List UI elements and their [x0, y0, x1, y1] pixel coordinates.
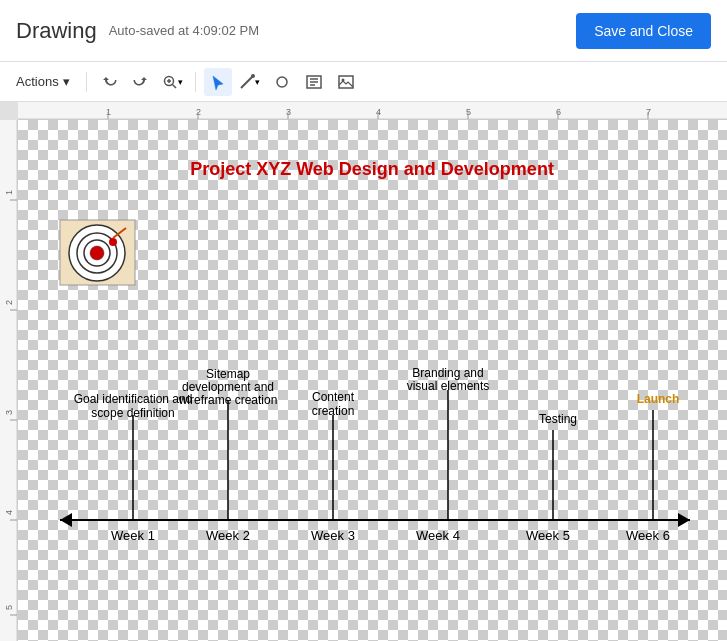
week2-label: Week 2 [206, 528, 250, 543]
actions-menu-button[interactable]: Actions ▾ [8, 70, 78, 93]
text-icon [306, 74, 322, 90]
svg-text:1: 1 [4, 190, 14, 195]
toolbar: Actions ▾ ▾ ▾ [0, 62, 727, 102]
shapes-icon [274, 74, 290, 90]
bullseye-center [90, 246, 104, 260]
svg-text:5: 5 [466, 107, 471, 117]
task6-label: Launch [637, 392, 680, 406]
week6-label: Week 6 [626, 528, 670, 543]
redo-icon [133, 74, 149, 90]
canvas-wrapper: 1 2 3 4 5 6 7 1 2 3 [0, 102, 727, 641]
ruler-top-svg: 1 2 3 4 5 6 7 [18, 102, 727, 120]
svg-line-1 [173, 84, 177, 88]
svg-text:7: 7 [646, 107, 651, 117]
actions-label: Actions [16, 74, 59, 89]
ruler-left: 1 2 3 4 5 [0, 120, 18, 641]
actions-chevron-icon: ▾ [63, 74, 70, 89]
svg-rect-11 [339, 76, 353, 88]
image-tool-button[interactable] [332, 68, 360, 96]
title-bar: Drawing Auto-saved at 4:09:02 PM Save an… [0, 0, 727, 62]
svg-text:6: 6 [556, 107, 561, 117]
svg-text:1: 1 [106, 107, 111, 117]
toolbar-separator-2 [195, 72, 196, 92]
svg-text:2: 2 [4, 300, 14, 305]
week4-label: Week 4 [416, 528, 460, 543]
ruler-top: 1 2 3 4 5 6 7 [18, 102, 727, 120]
task4-label-2: visual elements [407, 379, 490, 393]
autosave-text: Auto-saved at 4:09:02 PM [109, 23, 259, 38]
task2-label-1: Sitemap [206, 367, 250, 381]
save-close-button[interactable]: Save and Close [576, 13, 711, 49]
task1-label-2: scope definition [91, 406, 174, 420]
timeline-left-arrow [60, 513, 72, 527]
ruler-top-inner: 1 2 3 4 5 6 7 [18, 102, 727, 119]
zoom-chevron: ▾ [178, 77, 183, 87]
timeline-right-arrow [678, 513, 690, 527]
title-bar-left: Drawing Auto-saved at 4:09:02 PM [16, 18, 259, 44]
toolbar-separator-1 [86, 72, 87, 92]
undo-icon [101, 74, 117, 90]
shapes-tool-button[interactable] [268, 68, 296, 96]
svg-point-6 [277, 77, 287, 87]
canvas-area[interactable]: Project XYZ Web Design and Development W… [18, 120, 727, 641]
svg-text:2: 2 [196, 107, 201, 117]
line-chevron: ▾ [255, 77, 260, 87]
svg-line-4 [241, 76, 253, 88]
svg-text:4: 4 [376, 107, 381, 117]
drawing-svg: Project XYZ Web Design and Development W… [18, 120, 727, 641]
project-title-text: Project XYZ Web Design and Development [190, 159, 554, 179]
week1-label: Week 1 [111, 528, 155, 543]
app-title: Drawing [16, 18, 97, 44]
task5-label: Testing [539, 412, 577, 426]
task4-label-1: Branding and [412, 366, 483, 380]
svg-text:5: 5 [4, 605, 14, 610]
text-tool-button[interactable] [300, 68, 328, 96]
task3-label-1: Content [312, 390, 355, 404]
task3-label-2: creation [312, 404, 355, 418]
image-icon [338, 74, 354, 90]
select-cursor-icon [211, 74, 225, 90]
week5-label: Week 5 [526, 528, 570, 543]
redo-button[interactable] [127, 68, 155, 96]
zoom-button[interactable]: ▾ [159, 68, 187, 96]
dart-head [109, 238, 117, 246]
svg-point-12 [341, 78, 344, 81]
undo-button[interactable] [95, 68, 123, 96]
line-tool-button[interactable]: ▾ [236, 68, 264, 96]
ruler-left-svg: 1 2 3 4 5 [0, 120, 18, 641]
zoom-icon [162, 74, 178, 90]
task2-label-3: wireframe creation [178, 393, 278, 407]
svg-text:4: 4 [4, 510, 14, 515]
task1-label-1: Goal identification and [74, 392, 193, 406]
week3-label: Week 3 [311, 528, 355, 543]
svg-text:3: 3 [286, 107, 291, 117]
select-tool-button[interactable] [204, 68, 232, 96]
svg-text:3: 3 [4, 410, 14, 415]
task2-label-2: development and [182, 380, 274, 394]
line-icon [239, 74, 255, 90]
